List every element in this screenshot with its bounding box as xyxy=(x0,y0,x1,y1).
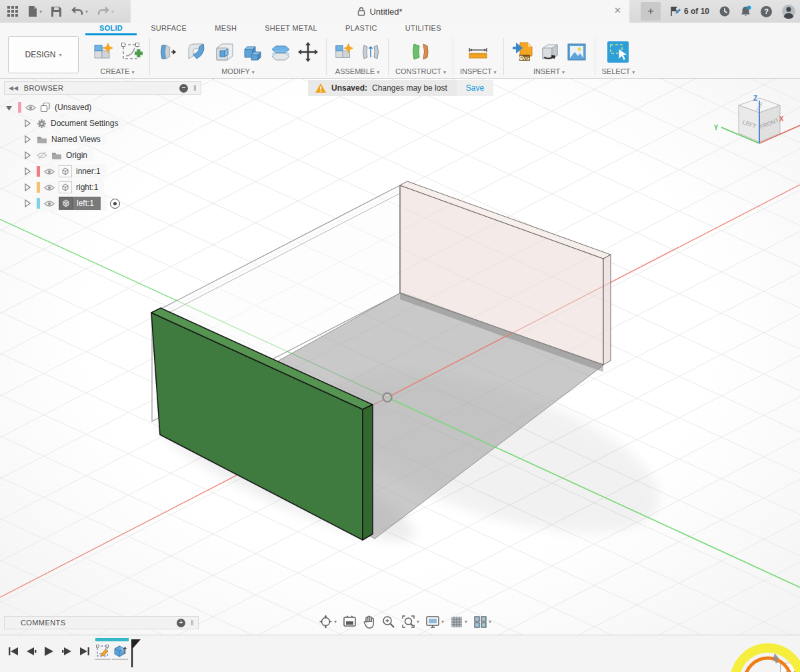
combine-icon[interactable] xyxy=(241,40,265,64)
tree-label-document-settings[interactable]: Document Settings xyxy=(51,119,118,128)
comments-handle[interactable]: ‖ xyxy=(191,619,194,627)
origin-marker[interactable] xyxy=(383,393,392,402)
undo-icon[interactable]: ▾ xyxy=(71,6,88,17)
fillet-icon[interactable] xyxy=(185,40,209,64)
assemble-dropdown[interactable]: ASSEMBLE ▾ xyxy=(335,67,379,77)
insert-dropdown[interactable]: INSERT ▾ xyxy=(533,67,565,77)
select-icon[interactable] xyxy=(605,39,631,65)
skip-to-start-icon[interactable] xyxy=(8,646,19,657)
tab-utilities[interactable]: UTILITIES xyxy=(391,23,455,35)
tree-row-right[interactable]: right:1 xyxy=(23,179,201,195)
grid-display-icon[interactable]: ▾ xyxy=(450,615,467,629)
look-at-icon[interactable] xyxy=(343,615,357,628)
eye-icon[interactable] xyxy=(25,104,36,111)
tab-sheet-metal[interactable]: SHEET METAL xyxy=(251,23,331,35)
file-menu-caret[interactable]: ▾ xyxy=(39,9,42,15)
activity-clock-icon[interactable] xyxy=(719,5,731,17)
browser-remove-icon[interactable]: − xyxy=(179,84,188,93)
skip-to-end-icon[interactable] xyxy=(79,646,90,657)
assemble-component-icon[interactable] xyxy=(333,40,356,64)
tree-row-document-settings[interactable]: Document Settings xyxy=(23,115,201,131)
save-link[interactable]: Save xyxy=(457,80,493,96)
eye-icon[interactable] xyxy=(44,184,55,191)
sketch-feature-icon[interactable] xyxy=(95,643,111,660)
timeline-group-bar[interactable] xyxy=(95,638,129,641)
collapse-arrow-icon[interactable] xyxy=(23,135,31,143)
orbit-icon[interactable]: ▾ xyxy=(319,615,337,629)
notifications-bell-icon[interactable] xyxy=(740,5,751,17)
timeline-position-marker[interactable] xyxy=(131,637,141,669)
file-menu-icon[interactable]: ▾ xyxy=(27,5,42,17)
collapse-browser-icon[interactable]: ◀◀ xyxy=(9,85,19,91)
eye-icon[interactable] xyxy=(44,200,55,207)
guide-progress-icon[interactable] xyxy=(670,6,681,17)
offset-face-icon[interactable] xyxy=(269,40,293,64)
measure-icon[interactable] xyxy=(465,40,491,64)
workspace-selector[interactable]: DESIGN ▾ xyxy=(8,36,79,73)
tree-row-named-views[interactable]: Named Views xyxy=(23,131,201,147)
collapse-arrow-icon[interactable] xyxy=(23,151,31,159)
tab-mesh[interactable]: MESH xyxy=(201,23,251,35)
tree-row-origin[interactable]: Origin xyxy=(23,147,201,163)
press-pull-icon[interactable] xyxy=(157,40,181,64)
extrude-feature-icon[interactable] xyxy=(112,643,128,660)
tree-row-inner[interactable]: inner:1 xyxy=(23,163,201,179)
tree-label-root[interactable]: (Unsaved) xyxy=(55,103,91,112)
browser-header[interactable]: ◀◀ BROWSER − ‖ xyxy=(4,81,201,95)
redo-icon[interactable]: ▾ xyxy=(97,6,114,17)
zoom-icon[interactable] xyxy=(381,615,395,629)
collapse-arrow-icon[interactable] xyxy=(23,183,31,191)
collapse-arrow-icon[interactable] xyxy=(23,167,31,175)
viewport[interactable]: LEFT FRONT TOP Y X Z Unsaved: Changes ma… xyxy=(0,79,800,635)
select-dropdown[interactable]: SELECT ▾ xyxy=(602,67,635,77)
canvas-icon[interactable] xyxy=(565,40,588,64)
help-icon[interactable]: ? xyxy=(761,6,772,17)
pan-icon[interactable] xyxy=(363,615,375,629)
tab-plastic[interactable]: PLASTIC xyxy=(331,23,391,35)
insert-svg-icon[interactable]: SVG xyxy=(511,40,535,64)
new-tab-button[interactable]: + xyxy=(641,2,661,21)
move-icon[interactable] xyxy=(297,40,319,64)
add-comment-icon[interactable]: + xyxy=(177,619,185,627)
browser-handle[interactable]: ‖ xyxy=(193,84,197,92)
tree-label-left[interactable]: left:1 xyxy=(77,199,94,208)
comments-header[interactable]: COMMENTS + ‖ xyxy=(4,616,199,629)
collapse-arrow-icon[interactable] xyxy=(23,119,31,127)
tree-row-root[interactable]: (Unsaved) xyxy=(4,99,201,115)
construct-dropdown[interactable]: CONSTRUCT ▾ xyxy=(395,67,446,77)
hole-icon[interactable] xyxy=(213,40,237,64)
save-icon[interactable] xyxy=(51,6,62,17)
modify-dropdown[interactable]: MODIFY ▾ xyxy=(221,67,255,77)
close-tab-icon[interactable]: ✕ xyxy=(614,5,621,15)
play-icon[interactable] xyxy=(44,646,54,657)
redo-caret[interactable]: ▾ xyxy=(111,9,114,15)
inspect-dropdown[interactable]: INSPECT ▾ xyxy=(460,67,497,77)
eye-off-icon[interactable] xyxy=(37,151,47,160)
viewports-icon[interactable]: ▾ xyxy=(473,615,491,629)
view-cube[interactable]: LEFT FRONT TOP Y X Z xyxy=(714,95,800,143)
construct-plane-icon[interactable] xyxy=(407,40,434,64)
eye-icon[interactable] xyxy=(44,168,55,175)
undo-caret[interactable]: ▾ xyxy=(85,9,88,15)
avatar[interactable] xyxy=(781,4,796,19)
new-component-icon[interactable] xyxy=(92,40,116,64)
zoom-fit-icon[interactable]: ▾ xyxy=(401,615,419,629)
tree-label-named-views[interactable]: Named Views xyxy=(51,135,101,144)
document-tab[interactable]: Untitled* ✕ xyxy=(131,0,629,23)
app-grid-icon[interactable] xyxy=(7,5,19,17)
tab-solid[interactable]: SOLID xyxy=(85,23,137,35)
display-settings-icon[interactable]: ▾ xyxy=(425,615,444,629)
activate-component-radio[interactable] xyxy=(110,199,120,209)
tab-surface[interactable]: SURFACE xyxy=(137,23,201,35)
step-forward-icon[interactable] xyxy=(61,646,72,657)
tree-label-inner[interactable]: inner:1 xyxy=(76,167,101,176)
tree-row-left-selected[interactable]: left:1 xyxy=(23,195,201,211)
tree-label-right[interactable]: right:1 xyxy=(76,183,98,192)
tree-label-origin[interactable]: Origin xyxy=(66,151,87,160)
create-dropdown[interactable]: CREATE ▾ xyxy=(101,67,135,77)
insert-mesh-icon[interactable] xyxy=(539,40,561,64)
step-back-icon[interactable] xyxy=(26,646,37,657)
expand-arrow-icon[interactable] xyxy=(4,103,13,111)
joint-icon[interactable] xyxy=(360,40,381,64)
collapse-arrow-icon[interactable] xyxy=(23,199,31,207)
